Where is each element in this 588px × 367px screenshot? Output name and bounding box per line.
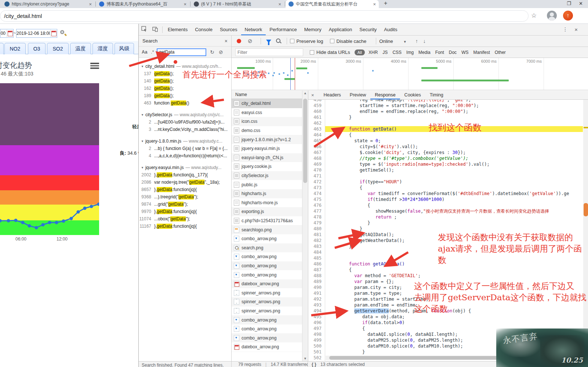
filter-type-js[interactable]: JS [382,50,388,55]
search-match-row[interactable]: 162getData(); [139,85,232,92]
tab-close-icon[interactable]: × [184,1,186,7]
request-row[interactable]: easyui-lang-zh_CN.js [232,153,302,162]
scrollbar-thumb[interactable] [584,203,588,216]
request-row[interactable]: datebox_arrow.png [232,279,302,289]
scroll-down-icon[interactable]: ▼ [304,357,307,360]
bookmark-star-icon[interactable]: ☆ [531,12,537,19]
request-row[interactable]: combo_arrow.png [232,234,302,243]
clear-icon[interactable]: ⊘ [219,49,223,55]
device-toolbar-icon[interactable] [150,26,161,33]
request-row[interactable]: search.png [232,243,302,253]
request-row[interactable]: city_detail.html [232,99,302,108]
response-tab-timing[interactable]: Timing [425,91,448,99]
request-row[interactable]: spinner_arrows.png [232,307,302,316]
filter-type-ws[interactable]: WS [461,50,468,55]
scroll-up-icon[interactable]: ▲ [304,91,307,95]
search-result-file[interactable]: ▼jquery.easyui.min.js— www.aqistudy... [139,164,232,171]
filter-type-xhr[interactable]: XHR [369,50,378,55]
request-row[interactable]: jquery.easyui.min.js [232,144,302,153]
search-match-row[interactable]: 140getData(); [139,77,232,85]
devtools-tab-security[interactable]: Security [356,24,380,35]
request-row[interactable]: jquery-1.8.0.min.js?v=1.2 [232,135,302,144]
browser-tab[interactable]: 博客园未凡手pythonbase64_百× [96,0,189,8]
request-row[interactable]: spinner_arrows.png [232,297,302,307]
tab-温度[interactable]: 温度 [70,43,91,54]
request-row[interactable]: combo_arrow.png [232,261,302,271]
avatar[interactable] [547,11,557,21]
devtools-tab-memory[interactable]: Memory [301,24,325,35]
import-har-icon[interactable]: ↑ [415,38,418,44]
chevron-down-icon[interactable]: ▼ [141,140,144,143]
search-icon[interactable] [60,30,67,37]
record-button[interactable] [237,39,241,43]
window-close-button[interactable]: ✕ [579,1,583,6]
search-result-file[interactable]: ▼jquery-1.8.0.min.js— www.aqistudy.c... [139,137,232,145]
tab-湿度[interactable]: 湿度 [92,43,113,54]
request-row[interactable]: demo.css [232,126,302,135]
search-match-row[interactable]: 189getData(); [139,92,232,99]
request-row[interactable]: combo_arrow.png [232,333,302,342]
tab-close-icon[interactable]: × [373,1,376,7]
filter-type-manifest[interactable]: Manifest [473,50,490,55]
request-row[interactable]: highcharts.js [232,189,302,198]
filter-type-all[interactable]: All [355,49,365,55]
request-row[interactable]: combo_arrow.png [232,252,302,261]
filter-type-img[interactable]: Img [406,50,414,55]
chart-menu-icon[interactable] [90,63,99,69]
response-tab-cookies[interactable]: Cookies [400,91,425,99]
filter-type-other[interactable]: Other [495,50,506,55]
request-row[interactable]: c.php?id=1254317176&as [232,216,302,225]
more-options-icon[interactable]: ⋮ [563,26,568,32]
request-row[interactable]: highcharts-more.js [232,198,302,208]
browser-update-icon[interactable]: ↑ [563,11,573,21]
tab-no2[interactable]: NO2 [4,43,26,54]
search-match-row[interactable]: 11074...obox("getData"); [139,215,232,223]
date-start-field[interactable]: 00 [0,29,14,38]
devtools-tab-application[interactable]: Application [325,24,356,35]
browser-tab[interactable]: https://nyloner.cn/proxy?page× [1,0,95,8]
search-match-row[interactable]: 9874...grid("getData"); [139,201,232,208]
filter-type-css[interactable]: CSS [392,50,402,55]
search-match-row[interactable]: 9368...).treegrid("getData"); [139,193,232,201]
search-close-icon[interactable]: × [225,38,228,44]
regex-button[interactable]: .* [151,49,154,55]
filter-type-doc[interactable]: Doc [449,50,457,55]
devtools-tab-network[interactable]: Network [241,24,266,35]
search-result-file[interactable]: ▼city_detail.html— www.aqistudy.cn/h... [139,63,232,70]
request-row[interactable]: icon.css [232,117,302,126]
preserve-log-checkbox[interactable] [290,39,294,43]
tab-so2[interactable]: SO2 [47,43,69,54]
devtools-tab-audits[interactable]: Audits [380,24,401,35]
search-match-row[interactable]: 137getData(); [139,70,232,77]
name-column-header[interactable]: Name [232,91,302,99]
chevron-down-icon[interactable]: ▼ [141,113,144,117]
inspect-icon[interactable] [139,26,150,33]
search-match-row[interactable]: 9970},getData:function(jq){ [139,208,232,215]
code-scrollbar[interactable] [583,100,588,356]
devtools-tab-elements[interactable]: Elements [164,24,191,35]
request-row[interactable]: citySelector.js [232,171,302,180]
search-match-row[interactable]: 463function getData() [139,99,232,107]
export-har-icon[interactable]: ↓ [423,38,426,44]
search-match-row[interactable]: 3...nt.keyCode;Vcity._m.addClass("hi... [139,126,232,133]
search-result-file[interactable]: ▼citySelector.js— www.aqistudy.cn/js/c..… [139,111,232,118]
throttling-select[interactable]: Online▼ [379,38,407,44]
request-row[interactable]: spinner_arrows.png [232,352,302,352]
chevron-down-icon[interactable]: ▼ [141,166,144,169]
devtools-tab-performance[interactable]: Performance [266,24,300,35]
search-match-row[interactable]: 2...[\u4E00-\u9FA5\uf900-\ufa2d]+)\... [139,118,232,126]
request-row[interactable]: easyui.css [232,108,302,117]
search-match-row[interactable]: 2086var node=jq.tree("getData",_18a); [139,179,232,186]
browser-tab[interactable]: 中国空气质量在线监测分析平台× [286,0,379,8]
search-match-row[interactable]: 8657},getData:function(jq){ [139,186,232,193]
search-match-row[interactable]: 11167},getData:function(jq){ [139,223,232,230]
search-match-row[interactable]: 2...b) { function G(a) { var b = F[a] = … [139,145,232,152]
new-tab-button[interactable]: + [384,0,387,7]
network-overview[interactable]: 1000 ms2000 ms3000 ms4000 ms5000 ms6000 … [232,58,588,90]
response-tab-preview[interactable]: Preview [345,91,370,99]
request-row[interactable]: exporting.js [232,207,302,216]
tab-partial[interactable] [0,43,4,54]
request-row[interactable]: spinner_arrows.png [232,288,302,297]
filter-type-font[interactable]: Font [435,50,444,55]
window-restore-button[interactable]: ❐ [567,1,571,6]
